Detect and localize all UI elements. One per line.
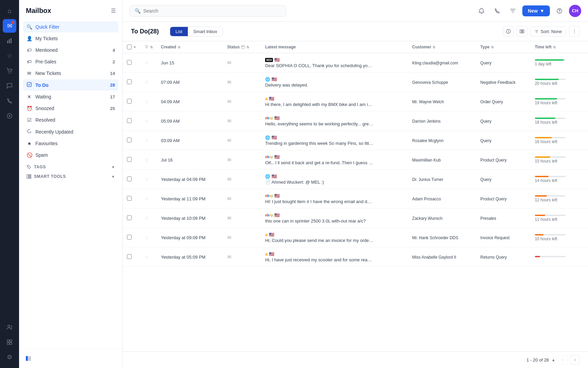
row-star-icon[interactable]: ☆ bbox=[145, 196, 149, 201]
status-cell: ✉ bbox=[223, 73, 261, 92]
table-row[interactable]: ☆ Jul 16 ✉ ebay 🇺🇸 OK.. I ll send it bac… bbox=[123, 150, 588, 170]
bar-fill bbox=[535, 176, 549, 177]
table-row[interactable]: ☆ 07:09 AM ✉ 🌐 🇺🇸 Delivery was delayed. … bbox=[123, 73, 588, 92]
search-input[interactable] bbox=[143, 8, 281, 14]
info-button[interactable] bbox=[503, 26, 514, 37]
new-button[interactable]: New ▼ bbox=[522, 5, 550, 16]
table-row[interactable]: ☆ Yesterday at 11:09 PM ✉ ebay 🇺🇸 Hi! I … bbox=[123, 189, 588, 209]
row-star-icon[interactable]: ☆ bbox=[145, 118, 149, 124]
table-row[interactable]: ☆ Yesterday at 09:09 PM ✉ a 🇺🇸 Hi, Could… bbox=[123, 228, 588, 247]
row-star-icon[interactable]: ☆ bbox=[145, 157, 149, 163]
sidebar-item-mentioned[interactable]: 🏷 Mentioned 4 bbox=[23, 45, 118, 56]
created-col-header[interactable]: Created ⇅ bbox=[157, 41, 223, 53]
message-preview: Hi, Could you please send me an invoice … bbox=[265, 238, 374, 243]
bar-track bbox=[535, 156, 566, 158]
notifications-button[interactable] bbox=[475, 5, 488, 17]
row-star-icon[interactable]: ☆ bbox=[145, 235, 149, 240]
row-star-icon[interactable]: ☆ bbox=[145, 99, 149, 104]
sidebar-item-quick-filter[interactable]: 🔍 Quick Filter bbox=[23, 21, 118, 32]
search-box[interactable]: 🔍 bbox=[130, 5, 286, 17]
row-checkbox-cell bbox=[123, 53, 141, 73]
sort-button[interactable]: Sort: None bbox=[530, 27, 566, 36]
help-button[interactable] bbox=[553, 5, 566, 17]
columns-button[interactable] bbox=[517, 26, 527, 37]
table-row[interactable]: ☆ Yesterday at 04:09 PM ✉ 🌐 🇺🇸 📄 Ahmed W… bbox=[123, 170, 588, 189]
list-view-button[interactable]: List bbox=[170, 27, 188, 36]
list-view-icon[interactable] bbox=[23, 353, 34, 364]
settings-icon[interactable]: ⚙ bbox=[3, 350, 16, 364]
smart-inbox-view-button[interactable]: Smart Inbox bbox=[188, 27, 223, 36]
home-icon[interactable]: ⌂ bbox=[3, 4, 16, 18]
status-col-header[interactable]: Status ⇅ bbox=[223, 41, 261, 53]
row-checkbox[interactable] bbox=[127, 235, 132, 240]
plug-icon[interactable] bbox=[3, 109, 16, 123]
bar-track bbox=[535, 98, 566, 99]
row-star-icon[interactable]: ☆ bbox=[145, 177, 149, 182]
row-checkbox[interactable] bbox=[127, 196, 132, 201]
customer-cell: Adam Prosacco bbox=[408, 189, 476, 209]
row-star-icon[interactable]: ☆ bbox=[145, 254, 149, 260]
phone-button[interactable] bbox=[491, 5, 503, 17]
sidebar-item-resolved[interactable]: ☑ Resolved bbox=[23, 114, 118, 125]
row-checkbox[interactable] bbox=[127, 157, 132, 162]
sidebar-item-to-do[interactable]: To Do 28 bbox=[23, 79, 118, 91]
next-page-button[interactable]: › bbox=[570, 355, 580, 365]
apps-icon[interactable] bbox=[3, 335, 16, 349]
status-envelope-icon: ✉ bbox=[227, 215, 231, 221]
sidebar-item-waiting[interactable]: ✕ Waiting 17 bbox=[23, 91, 118, 102]
row-checkbox[interactable] bbox=[127, 177, 132, 181]
message-preview: OK.. I ll send it back and get a re-fund… bbox=[265, 160, 374, 165]
row-checkbox[interactable] bbox=[127, 215, 132, 220]
chart-icon[interactable] bbox=[3, 34, 16, 48]
smart-tools-section[interactable]: SMART TOOLS ▼ bbox=[23, 171, 118, 180]
avatar[interactable]: CH bbox=[569, 5, 581, 17]
more-options-button[interactable]: ⋮ bbox=[569, 26, 580, 37]
phone-icon[interactable] bbox=[3, 94, 16, 108]
message-cell: a 🇺🇸 Hi, I have just received my scooter… bbox=[261, 247, 408, 267]
time-left-col-header[interactable]: Time left ⇅ bbox=[531, 41, 588, 53]
sidebar-item-spam[interactable]: 🚫 Spam bbox=[23, 150, 118, 160]
table-row[interactable]: ☆ Yesterday at 10:09 PM ✉ ebay 🇺🇸 this o… bbox=[123, 209, 588, 228]
row-star-icon[interactable]: ☆ bbox=[145, 138, 149, 143]
prev-page-button[interactable]: ‹ bbox=[558, 355, 568, 365]
star-col-header: ⇅ bbox=[141, 41, 157, 53]
row-checkbox[interactable] bbox=[127, 118, 132, 123]
row-star-icon[interactable]: ☆ bbox=[145, 60, 149, 65]
customer-col-header[interactable]: Customer ⇅ bbox=[408, 41, 476, 53]
table-row[interactable]: ☆ Jun 15 ✉ WIX 🇺🇸 Dear SOPHIA O COLL, Th… bbox=[123, 53, 588, 73]
row-checkbox[interactable] bbox=[127, 138, 132, 142]
row-checkbox[interactable] bbox=[127, 60, 132, 65]
star-icon[interactable]: ☆ bbox=[3, 49, 16, 63]
row-checkbox[interactable] bbox=[127, 99, 132, 104]
table-row[interactable]: ☆ 04:09 AM ✉ a 🇺🇸 Hi there, I am delight… bbox=[123, 92, 588, 111]
select-all-checkbox[interactable] bbox=[127, 45, 132, 49]
row-checkbox[interactable] bbox=[127, 79, 132, 84]
table-row[interactable]: ☆ 03:09 AM ✉ 🌐 🇺🇸 Trending in gardening … bbox=[123, 131, 588, 150]
latest-message-col-header[interactable]: Latest message bbox=[261, 41, 408, 53]
flag-icon: 🇺🇸 bbox=[274, 116, 280, 121]
row-star-icon[interactable]: ☆ bbox=[145, 79, 149, 85]
sidebar-menu-icon[interactable]: ☰ bbox=[111, 7, 116, 14]
mail-icon[interactable]: ✉ bbox=[3, 19, 16, 33]
row-star-icon[interactable]: ☆ bbox=[145, 215, 149, 221]
tags-section[interactable]: TAGS ▼ bbox=[23, 161, 118, 171]
row-checkbox[interactable] bbox=[127, 254, 132, 259]
sidebar-item-new-tickets[interactable]: ✉ New Tickets 14 bbox=[23, 68, 118, 79]
time-text: 18 hours left bbox=[535, 120, 584, 125]
sidebar-item-my-tickets[interactable]: 👤 My Tickets bbox=[23, 33, 118, 44]
row-expand-icon[interactable]: ▼ bbox=[133, 45, 136, 49]
page-expand-icon[interactable]: ▲ bbox=[552, 358, 555, 362]
sidebar-item-recently-updated[interactable]: Recently Updated bbox=[23, 126, 118, 137]
chat-icon[interactable] bbox=[3, 79, 16, 93]
table-row[interactable]: ☆ 05:09 AM ✉ ebay 🇺🇸 Hello, everything s… bbox=[123, 111, 588, 131]
cart-icon[interactable] bbox=[3, 64, 16, 78]
sidebar-item-pre-sales[interactable]: 🏷 Pre-Sales 2 bbox=[23, 56, 118, 67]
type-col-header[interactable]: Type ⇅ bbox=[476, 41, 531, 53]
customer-name: Kling.claudia@gmail.com bbox=[412, 61, 458, 65]
filter-button[interactable] bbox=[507, 5, 519, 17]
sidebar-item-favourites[interactable]: ★ Favourites bbox=[23, 138, 118, 149]
table-row[interactable]: ☆ Yesterday at 05:09 PM ✉ a 🇺🇸 Hi, I hav… bbox=[123, 247, 588, 267]
users-icon[interactable] bbox=[3, 320, 16, 334]
message-preview: Dear SOPHIA O COLL, Thank you for schedu… bbox=[265, 63, 374, 68]
sidebar-item-snoozed[interactable]: ⏰ Snoozed 25 bbox=[23, 103, 118, 114]
